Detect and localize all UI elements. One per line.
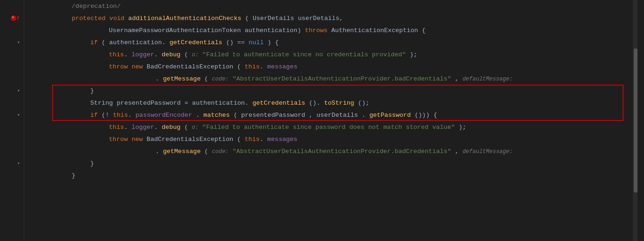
code-line-5: this. logger. debug ( o: "Failed to auth… bbox=[30, 48, 633, 60]
code-line-10: if (! this. passwordEncoder . matches ( … bbox=[30, 109, 633, 121]
gutter-row-5 bbox=[0, 48, 24, 60]
line-3-text: UsernamePasswordAuthenticationToken auth… bbox=[109, 27, 426, 34]
gutter-row-2: ↑ bbox=[0, 12, 24, 24]
gutter-row-8: ▾ bbox=[0, 85, 24, 97]
execution-arrow-2: ↑ bbox=[16, 15, 20, 21]
fold-arrow-14[interactable]: ▾ bbox=[17, 161, 20, 166]
fold-arrow-10[interactable]: ▾ bbox=[17, 112, 20, 118]
code-line-14: } bbox=[30, 157, 633, 169]
gutter-row-6 bbox=[0, 60, 24, 73]
gutter-row-15 bbox=[0, 169, 24, 181]
fold-arrow-8[interactable]: ▾ bbox=[17, 88, 20, 94]
gutter-row-9 bbox=[0, 97, 24, 109]
line-11-text: this. logger. debug ( o: "Failed to auth… bbox=[109, 124, 466, 131]
line-13-text: . getMessage ( code: "AbstractUserDetail… bbox=[155, 148, 513, 155]
line-14-text: } bbox=[90, 160, 94, 167]
code-line-4: if ( authentication. getCredentials () =… bbox=[30, 36, 633, 48]
gutter-row-1 bbox=[0, 0, 24, 12]
line-8-text: } bbox=[90, 87, 94, 94]
gutter-row-12 bbox=[0, 133, 24, 145]
code-line-11: this. logger. debug ( o: "Failed to auth… bbox=[30, 121, 633, 133]
code-line-9: String presentedPassword = authenticatio… bbox=[30, 97, 633, 109]
gutter-row-4: ▾ bbox=[0, 36, 24, 48]
line-9-text: String presentedPassword = authenticatio… bbox=[90, 100, 369, 107]
fold-arrow-4[interactable]: ▾ bbox=[17, 40, 20, 45]
line-4-text: if ( authentication. getCredentials () =… bbox=[90, 39, 279, 46]
code-line-7: . getMessage ( code: "AbstractUserDetail… bbox=[30, 73, 633, 85]
minimap bbox=[637, 0, 644, 241]
line-1-text: /deprecation/ bbox=[72, 3, 121, 10]
code-line-12: throw new BadCredentialsException ( this… bbox=[30, 133, 633, 145]
breakpoint-icon-2[interactable] bbox=[11, 15, 16, 21]
line-15-text: } bbox=[72, 172, 75, 179]
line-6-text: throw new BadCredentialsException ( this… bbox=[109, 63, 297, 70]
code-line-8: } bbox=[30, 85, 633, 97]
line-5-text: this. logger. debug ( o: "Failed to auth… bbox=[109, 51, 417, 58]
code-line-15: } bbox=[30, 169, 633, 181]
code-line-3: UsernamePasswordAuthenticationToken auth… bbox=[30, 24, 633, 36]
line-2-text: protected void additionalAuthenticationC… bbox=[72, 15, 343, 22]
gutter-row-3 bbox=[0, 24, 24, 36]
gutter-row-10: ▾ bbox=[0, 109, 24, 121]
code-content: /deprecation/ protected void additionalA… bbox=[24, 0, 633, 241]
gutter-row-11 bbox=[0, 121, 24, 133]
gutter-row-7 bbox=[0, 73, 24, 85]
gutter-row-14: ▾ bbox=[0, 157, 24, 169]
code-line-2: protected void additionalAuthenticationC… bbox=[30, 12, 633, 24]
vertical-scrollbar[interactable] bbox=[633, 0, 637, 241]
line-12-text: throw new BadCredentialsException ( this… bbox=[109, 136, 297, 143]
line-number-gutter: ↑ ▾ ▾ ▾ ▾ bbox=[0, 0, 24, 241]
code-line-13: . getMessage ( code: "AbstractUserDetail… bbox=[30, 145, 633, 157]
code-editor: ↑ ▾ ▾ ▾ ▾ bbox=[0, 0, 644, 241]
code-line-1: /deprecation/ bbox=[30, 0, 633, 12]
line-10-text: if (! this. passwordEncoder . matches ( … bbox=[90, 112, 437, 119]
scrollbar-thumb[interactable] bbox=[634, 48, 637, 193]
gutter-row-13 bbox=[0, 145, 24, 157]
line-7-text: . getMessage ( code: "AbstractUserDetail… bbox=[155, 75, 513, 82]
code-line-6: throw new BadCredentialsException ( this… bbox=[30, 60, 633, 73]
